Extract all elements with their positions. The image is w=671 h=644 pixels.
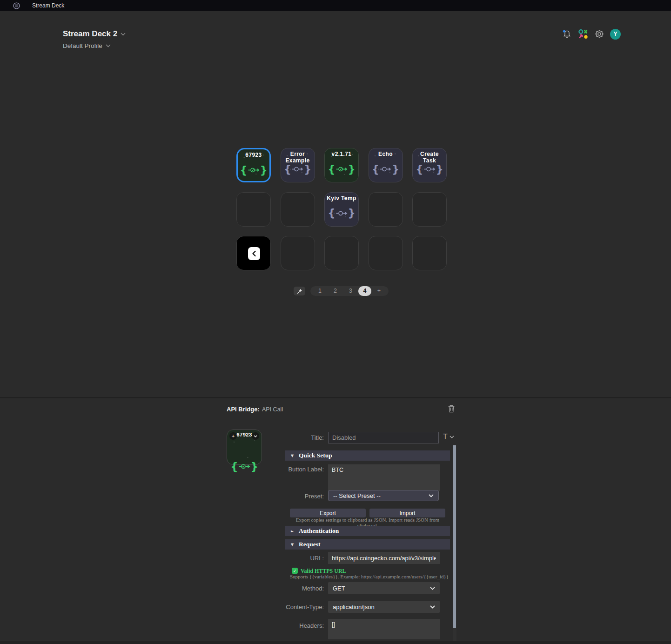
deck-key-empty[interactable] <box>324 236 359 270</box>
content-type-select[interactable]: application/json <box>328 601 440 613</box>
panel-divider <box>0 397 671 398</box>
method-select[interactable]: GET <box>328 582 440 594</box>
key-label: Kyiv Temp <box>326 195 357 201</box>
api-bridge-action-icon: {} <box>281 165 315 173</box>
api-bridge-action-icon: {} <box>227 463 262 470</box>
action-preview-key[interactable]: 67923 + {} <box>227 429 262 465</box>
profile-name: Default Profile <box>63 42 102 49</box>
preview-dropdown-button[interactable] <box>252 432 259 440</box>
page-button-1[interactable]: 1 <box>312 286 328 296</box>
chevron-down-icon <box>430 605 435 609</box>
key-label: Create Task <box>414 151 445 164</box>
inspector-scrollbar-thumb[interactable] <box>453 445 456 628</box>
collapse-arrow-icon: ▼ <box>291 543 297 547</box>
stream-deck-app: Stream Deck Stream Deck 2 Default Profil… <box>0 0 671 644</box>
collapse-arrow-icon: ▼ <box>291 454 297 458</box>
chevron-down-icon <box>430 587 435 590</box>
url-label: URL: <box>278 555 324 562</box>
deck-key-back[interactable] <box>236 236 271 270</box>
deck-key-empty[interactable] <box>281 192 315 227</box>
headers-textarea[interactable]: [] <box>328 619 440 639</box>
action-name: API Call <box>262 406 283 413</box>
preset-label: Preset: <box>278 493 324 500</box>
profile-selector[interactable]: Default Profile <box>63 42 111 49</box>
plugin-name: API Bridge: <box>227 406 260 413</box>
page-button-2[interactable]: 2 <box>328 286 343 296</box>
delete-action-button[interactable] <box>448 404 455 415</box>
deck-key-echo[interactable]: Echo{} <box>369 148 403 182</box>
deck-key-empty[interactable] <box>369 236 403 270</box>
page-list: 1234+ <box>310 286 389 296</box>
method-selected-value: GET <box>333 585 345 592</box>
deck-key-kyiv-temp[interactable]: Kyiv Temp{} <box>324 192 359 227</box>
page-button-3[interactable]: 3 <box>343 286 358 296</box>
title-field-label: Title: <box>278 434 324 441</box>
topbar-actions: Y <box>561 28 621 40</box>
api-bridge-action-icon: {} <box>238 166 269 174</box>
title-input[interactable] <box>328 432 439 443</box>
deck-key-empty[interactable] <box>369 192 403 227</box>
page-navigation: 1234+ <box>294 286 389 296</box>
deck-grid: 67923{}Error Example{}v2.1.71{}Echo{}Cre… <box>236 148 447 270</box>
chevron-down-icon <box>106 44 111 47</box>
add-page-button[interactable]: + <box>371 286 387 296</box>
title-format-letter: T <box>443 433 448 441</box>
preset-select[interactable]: -- Select Preset -- <box>328 490 439 501</box>
api-bridge-action-icon: {} <box>325 165 358 173</box>
key-label: Error Example <box>282 151 314 164</box>
stream-deck-logo-icon <box>13 2 20 9</box>
key-label: Echo <box>370 151 402 157</box>
bottom-strip <box>0 641 671 644</box>
chevron-down-icon <box>121 33 126 36</box>
notifications-bell-icon[interactable] <box>561 28 572 40</box>
marketplace-icon[interactable] <box>577 28 589 40</box>
section-authentication[interactable]: ► Authentication <box>285 526 450 536</box>
deck-key-empty[interactable] <box>412 192 447 227</box>
trash-icon <box>448 404 455 413</box>
settings-gear-icon[interactable] <box>594 28 605 40</box>
user-avatar[interactable]: Y <box>610 29 621 40</box>
collapse-arrow-icon: ► <box>291 529 297 533</box>
variables-hint: Supports {{variables}}. Example: https:/… <box>290 574 449 579</box>
deck-key-error-example[interactable]: Error Example{} <box>281 148 315 182</box>
deck-key-empty[interactable] <box>236 192 271 227</box>
chevron-down-icon <box>254 435 257 437</box>
valid-url-checkbox[interactable]: ✓ <box>292 568 298 574</box>
pin-page-button[interactable] <box>294 287 305 295</box>
headers-label: Headers: <box>278 622 324 629</box>
device-selector[interactable]: Stream Deck 2 <box>63 29 126 39</box>
chevron-down-icon <box>450 436 454 438</box>
key-label: v2.1.71 <box>326 151 357 157</box>
back-icon <box>248 247 260 260</box>
content-type-label: Content-Type: <box>278 604 324 610</box>
title-format-button[interactable]: T <box>443 433 454 441</box>
deck-key-v2-1-71[interactable]: v2.1.71{} <box>324 148 359 182</box>
section-request[interactable]: ▼ Request <box>285 539 450 550</box>
plus-icon: + <box>232 434 235 439</box>
section-label: Request <box>299 541 321 548</box>
deck-key-empty[interactable] <box>281 236 315 270</box>
deck-key-create-task[interactable]: Create Task{} <box>412 148 447 182</box>
section-quick-setup[interactable]: ▼ Quick Setup <box>285 450 450 461</box>
api-bridge-action-icon: {} <box>413 165 446 173</box>
button-label-label: Button Label: <box>278 466 324 473</box>
add-action-overlay-button[interactable]: + <box>229 432 237 440</box>
section-label: Authentication <box>299 527 339 535</box>
content-type-selected-value: application/json <box>333 604 375 610</box>
api-bridge-action-icon: {} <box>325 209 358 217</box>
pushpin-icon <box>297 288 302 294</box>
button-label-textarea[interactable]: BTC <box>328 464 440 491</box>
import-button[interactable]: Import <box>369 509 445 517</box>
url-input[interactable] <box>328 552 440 564</box>
page-button-4[interactable]: 4 <box>358 286 371 296</box>
window-titlebar: Stream Deck <box>0 0 671 11</box>
export-button[interactable]: Export <box>290 509 366 517</box>
method-label: Method: <box>278 585 324 592</box>
section-label: Quick Setup <box>299 452 332 459</box>
api-bridge-action-icon: {} <box>369 165 403 173</box>
key-label: 67923 <box>239 152 268 158</box>
deck-key-empty[interactable] <box>412 236 447 270</box>
chevron-down-icon <box>429 494 434 497</box>
deck-key-67923[interactable]: 67923{} <box>236 148 271 182</box>
preset-selected-value: -- Select Preset -- <box>333 492 381 499</box>
